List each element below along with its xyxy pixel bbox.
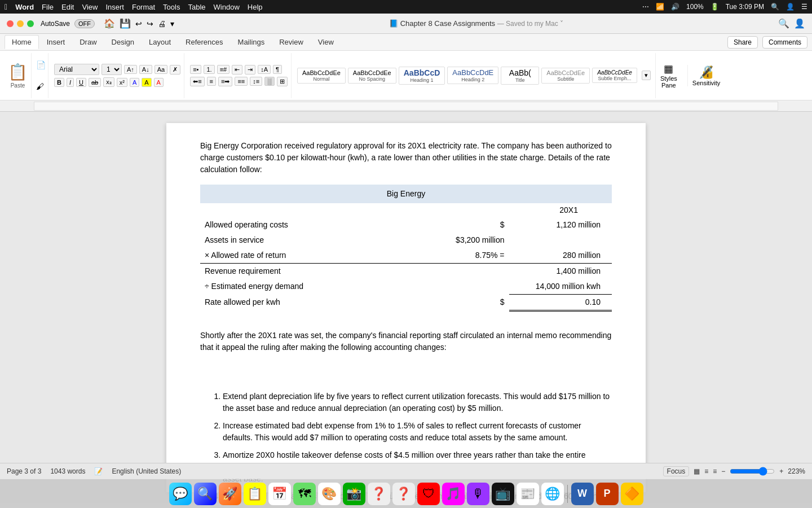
dock-other[interactable]: 🔶 [621,483,643,505]
style-title[interactable]: AaBb( Title [501,67,539,85]
line-spacing-button[interactable]: ↕≡ [250,77,262,86]
save-icon[interactable]: 💾 [120,18,131,29]
dock-maps[interactable]: 🗺 [293,483,316,505]
align-center-button[interactable]: ≡ [207,77,216,86]
view-outline-icon[interactable]: ≡ [704,467,708,475]
bullets-button[interactable]: ≡• [190,65,201,74]
styles-pane-button[interactable]: ▦ Styles Pane [655,53,679,98]
comments-button[interactable]: Comments [762,36,807,49]
ruler-bar[interactable] [34,102,778,111]
style-subtle-emph[interactable]: AaBbCcDdEe Subtle Emph... [592,68,637,83]
shading-para-button[interactable]: ░ [264,77,275,86]
apple-icon[interactable]:  [5,2,7,11]
dock-dnds[interactable]: 🛡 [417,483,440,505]
minimize-button[interactable] [17,20,24,27]
view-layout-icon[interactable]: ▦ [694,467,700,475]
print-icon[interactable]: 🖨 [158,19,166,28]
focus-label[interactable]: Focus [663,466,690,476]
dock-question2[interactable]: ❓ [392,483,415,505]
style-heading2[interactable]: AaBbCcDdE Heading 2 [447,67,498,84]
dock-word[interactable]: W [571,483,594,505]
menu-insert[interactable]: Insert [105,3,124,11]
dock-messages[interactable]: 💬 [169,483,192,505]
strikethrough-button[interactable]: ab [89,78,101,87]
font-shrink-button[interactable]: A↓ [139,65,152,74]
clear-format-button[interactable]: ✗ [170,65,180,75]
menu-edit[interactable]: Edit [61,3,74,11]
dock-music[interactable]: 🎵 [442,483,465,505]
dock-powerpoint[interactable]: P [596,483,619,505]
style-normal[interactable]: AaBbCcDdEe Normal [297,68,346,84]
account-icon[interactable]: 👤 [794,18,805,29]
style-subtitle[interactable]: AaBbCcDdEe Subtitle [541,68,590,84]
increase-indent-button[interactable]: ⇥ [245,65,255,75]
dock-calendar[interactable]: 📅 [268,483,291,505]
paste-icon[interactable]: 📋 [8,63,28,81]
spotlight-icon[interactable]: 🔍 [771,3,779,11]
font-grow-button[interactable]: A↑ [124,65,137,74]
redo-icon[interactable]: ↪ [147,19,153,28]
italic-button[interactable]: I [67,78,74,87]
menu-file[interactable]: File [42,3,54,11]
tab-references[interactable]: References [179,36,230,49]
menu-word[interactable]: Word [15,3,34,11]
subscript-button[interactable]: x₂ [103,77,114,87]
borders-button[interactable]: ⊞ [277,77,288,86]
style-heading1[interactable]: AaBbCcD Heading 1 [399,67,445,85]
align-left-button[interactable]: ⬅≡ [190,77,204,86]
highlight-button[interactable]: A [142,78,151,87]
font-color-button[interactable]: A [130,78,139,87]
justify-button[interactable]: ≡≡ [235,77,248,86]
align-right-button[interactable]: ≡➡ [218,77,232,86]
sensitivity-section[interactable]: 🔏 Sensitivity [687,65,725,86]
font-size-select[interactable]: 13.5 [102,64,122,75]
zoom-in-icon[interactable]: + [779,467,783,475]
tab-view[interactable]: View [311,36,341,49]
dock-notes[interactable]: 📋 [244,483,266,505]
multilevel-button[interactable]: ≡# [217,65,230,74]
menu-window[interactable]: Window [214,3,240,11]
share-button[interactable]: Share [727,36,758,49]
menu-view[interactable]: View [82,3,98,11]
search-icon[interactable]: 🔍 [778,18,789,29]
bold-button[interactable]: B [54,78,64,87]
maximize-button[interactable] [27,20,34,27]
dock-finder[interactable]: 🔍 [194,483,217,505]
dock-question1[interactable]: ❓ [368,483,390,505]
customize-icon[interactable]: ▾ [170,19,174,28]
dock-podcasts[interactable]: 🎙 [467,483,489,505]
show-hide-button[interactable]: ¶ [273,65,282,74]
control-strip-icon[interactable]: ☰ [801,3,807,11]
undo-icon[interactable]: ↩ [135,19,142,28]
format-painter-icon[interactable]: 🖌 [36,82,46,91]
decrease-indent-button[interactable]: ⇤ [232,65,242,75]
tab-layout[interactable]: Layout [142,36,178,49]
font-name-select[interactable]: Arial [54,64,99,75]
menu-table[interactable]: Table [188,3,205,11]
menu-tools[interactable]: Tools [163,3,180,11]
dock-news[interactable]: 📰 [517,483,539,505]
view-draft-icon[interactable]: ≡ [713,467,717,475]
superscript-button[interactable]: x² [117,78,127,87]
dock-tv[interactable]: 📺 [492,483,514,505]
copy-icon[interactable]: 📄 [36,60,46,69]
tab-design[interactable]: Design [105,36,141,49]
zoom-out-icon[interactable]: − [721,467,725,475]
tab-home[interactable]: Home [5,35,39,49]
dock-facetime[interactable]: 📸 [343,483,365,505]
document-area[interactable]: Big Energy Corporation received regulato… [0,112,812,503]
style-nospacing[interactable]: AaBbCcDdEe No Spacing [348,68,396,84]
tab-mailings[interactable]: Mailings [231,36,272,49]
change-case-button[interactable]: Aa [155,65,167,74]
autosave-toggle[interactable]: OFF [74,19,95,28]
tab-review[interactable]: Review [272,36,310,49]
menu-format[interactable]: Format [132,3,155,11]
dock-launchpad[interactable]: 🚀 [219,483,241,505]
underline-button[interactable]: U [76,78,86,87]
dock-photos[interactable]: 🎨 [318,483,341,505]
tab-insert[interactable]: Insert [40,36,72,49]
tab-draw[interactable]: Draw [73,36,103,49]
numbering-button[interactable]: 1. [204,65,214,74]
user-icon[interactable]: 👤 [786,3,795,11]
close-button[interactable] [7,20,14,27]
